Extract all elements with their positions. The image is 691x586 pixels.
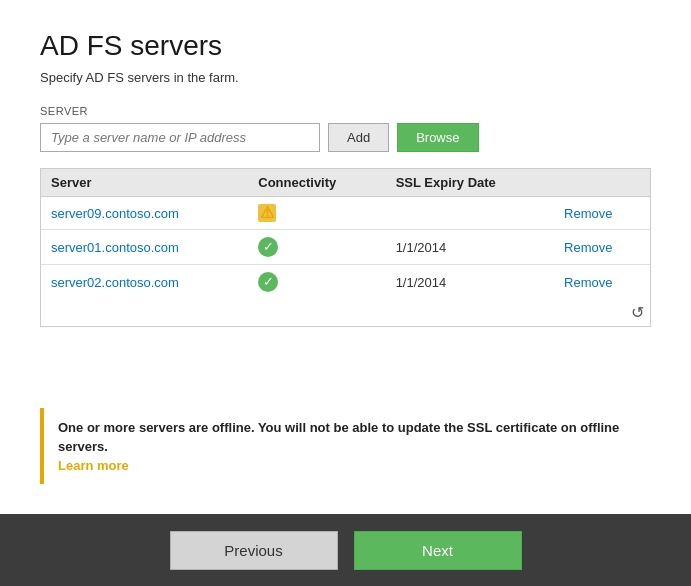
subtitle: Specify AD FS servers in the farm. [40, 70, 651, 85]
next-button[interactable]: Next [354, 531, 522, 570]
warning-banner: One or more servers are offline. You wil… [40, 408, 651, 484]
refresh-area: ↺ [41, 299, 650, 326]
col-action [554, 169, 650, 197]
check-icon: ✓ [258, 272, 278, 292]
col-server: Server [41, 169, 248, 197]
connectivity-cell: ✓ [248, 265, 385, 300]
input-row: Add Browse [40, 123, 651, 152]
server-link[interactable]: server01.contoso.com [51, 240, 179, 255]
ssl-expiry-cell: 1/1/2014 [386, 265, 554, 300]
ssl-expiry-cell [386, 197, 554, 230]
main-content: AD FS servers Specify AD FS servers in t… [0, 0, 691, 514]
server-link[interactable]: server02.contoso.com [51, 275, 179, 290]
action-cell: Remove [554, 197, 650, 230]
server-link[interactable]: server09.contoso.com [51, 206, 179, 221]
warning-icon [258, 204, 276, 222]
connectivity-cell [248, 197, 385, 230]
action-cell: Remove [554, 230, 650, 265]
server-name-cell: server02.contoso.com [41, 265, 248, 300]
server-name-cell: server09.contoso.com [41, 197, 248, 230]
table-row: server09.contoso.com Remove [41, 197, 650, 230]
warning-text: One or more servers are offline. You wil… [58, 420, 619, 454]
col-ssl-expiry: SSL Expiry Date [386, 169, 554, 197]
page-title: AD FS servers [40, 30, 651, 62]
browse-button[interactable]: Browse [397, 123, 478, 152]
table-row: server01.contoso.com ✓ 1/1/2014 Remove [41, 230, 650, 265]
remove-button[interactable]: Remove [564, 240, 612, 255]
servers-table: Server Connectivity SSL Expiry Date serv… [41, 169, 650, 299]
connectivity-cell: ✓ [248, 230, 385, 265]
server-label: SERVER [40, 105, 651, 117]
table-row: server02.contoso.com ✓ 1/1/2014 Remove [41, 265, 650, 300]
server-input[interactable] [40, 123, 320, 152]
check-icon: ✓ [258, 237, 278, 257]
previous-button[interactable]: Previous [170, 531, 338, 570]
footer: Previous Next [0, 514, 691, 586]
add-button[interactable]: Add [328, 123, 389, 152]
ssl-expiry-cell: 1/1/2014 [386, 230, 554, 265]
col-connectivity: Connectivity [248, 169, 385, 197]
action-cell: Remove [554, 265, 650, 300]
learn-more-link[interactable]: Learn more [58, 458, 129, 473]
server-name-cell: server01.contoso.com [41, 230, 248, 265]
remove-button[interactable]: Remove [564, 206, 612, 221]
refresh-icon[interactable]: ↺ [631, 304, 644, 321]
table-header-row: Server Connectivity SSL Expiry Date [41, 169, 650, 197]
servers-table-container: Server Connectivity SSL Expiry Date serv… [40, 168, 651, 327]
remove-button[interactable]: Remove [564, 275, 612, 290]
